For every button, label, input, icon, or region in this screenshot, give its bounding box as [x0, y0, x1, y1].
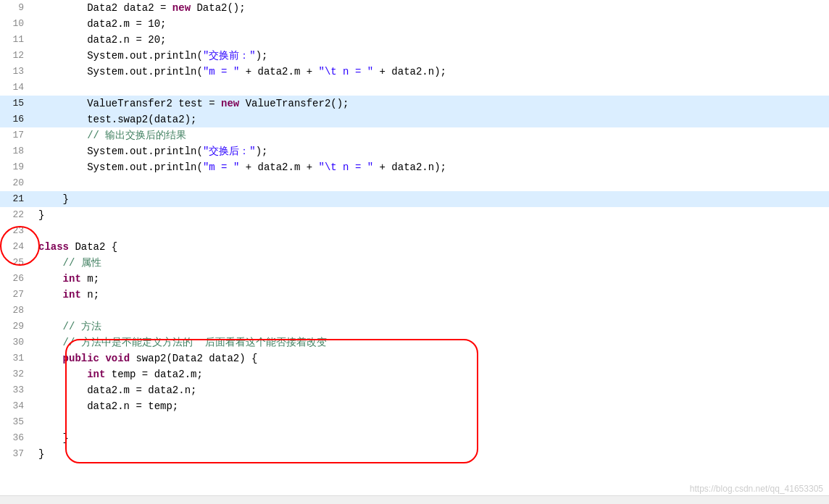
line-content: Data2 data2 = new Data2();: [33, 0, 829, 16]
line-row: 24class Data2 {: [0, 239, 829, 255]
line-row: 36 }: [0, 430, 829, 446]
line-content: // 属性: [33, 255, 829, 271]
line-number: 12: [0, 48, 33, 64]
line-number: 31: [0, 350, 33, 366]
line-number: 20: [0, 175, 33, 191]
line-row: 22}: [0, 207, 829, 223]
line-number: 22: [0, 207, 33, 223]
line-row: 29 // 方法: [0, 319, 829, 335]
line-number: 36: [0, 430, 33, 446]
line-row: 13 System.out.println("m = " + data2.m +…: [0, 64, 829, 80]
line-row: 10 data2.m = 10;: [0, 16, 829, 32]
line-number: 30: [0, 335, 33, 350]
line-number: 14: [0, 80, 33, 96]
line-number: 10: [0, 16, 33, 32]
line-number: 32: [0, 366, 33, 382]
horizontal-scrollbar[interactable]: [0, 495, 829, 504]
line-row: 37}: [0, 446, 829, 462]
line-content: // 方法: [33, 319, 829, 335]
line-content: System.out.println("m = " + data2.m + "\…: [33, 159, 829, 175]
line-content: }: [33, 446, 829, 462]
line-content: // 方法中是不能定义方法的 后面看看这个能否接着改变: [33, 335, 829, 350]
line-content: System.out.println("交换后：");: [33, 143, 829, 159]
line-number: 33: [0, 382, 33, 398]
line-number: 9: [0, 0, 33, 16]
line-number: 19: [0, 159, 33, 175]
line-number: 29: [0, 319, 33, 335]
line-content: [33, 414, 829, 430]
line-content: // 输出交换后的结果: [33, 127, 829, 143]
line-number: 34: [0, 398, 33, 414]
line-content: int n;: [33, 287, 829, 303]
line-content: data2.n = temp;: [33, 398, 829, 414]
line-row: 14: [0, 80, 829, 96]
line-row: 19 System.out.println("m = " + data2.m +…: [0, 159, 829, 175]
line-content: data2.m = data2.n;: [33, 382, 829, 398]
line-row: 18 System.out.println("交换后：");: [0, 143, 829, 159]
line-number: 17: [0, 127, 33, 143]
line-content: [33, 223, 829, 239]
watermark: https://blog.csdn.net/qq_41653305: [690, 484, 823, 494]
line-content: test.swap2(data2);: [33, 112, 829, 127]
line-row: 16 test.swap2(data2);: [0, 112, 829, 127]
line-number: 21: [0, 191, 33, 207]
line-number: 27: [0, 287, 33, 303]
line-row: 34 data2.n = temp;: [0, 398, 829, 414]
line-number: 11: [0, 32, 33, 48]
line-content: [33, 303, 829, 319]
line-row: 35: [0, 414, 829, 430]
line-content: int temp = data2.m;: [33, 366, 829, 382]
line-row: 31 public void swap2(Data2 data2) {: [0, 350, 829, 366]
line-number: 23: [0, 223, 33, 239]
line-row: 12 System.out.println("交换前：");: [0, 48, 829, 64]
line-row: 32 int temp = data2.m;: [0, 366, 829, 382]
line-row: 15 ValueTransfer2 test = new ValueTransf…: [0, 96, 829, 112]
line-row: 17 // 输出交换后的结果: [0, 127, 829, 143]
line-content: [33, 175, 829, 191]
line-number: 15: [0, 96, 33, 112]
line-row: 28: [0, 303, 829, 319]
line-number: 24: [0, 239, 33, 255]
line-row: 26 int m;: [0, 271, 829, 287]
line-number: 13: [0, 64, 33, 80]
code-container: 9 Data2 data2 = new Data2();10 data2.m =…: [0, 0, 829, 504]
line-row: 20: [0, 175, 829, 191]
line-row: 9 Data2 data2 = new Data2();: [0, 0, 829, 16]
line-row: 25 // 属性: [0, 255, 829, 271]
line-number: 26: [0, 271, 33, 287]
line-content: }: [33, 191, 829, 207]
line-row: 30 // 方法中是不能定义方法的 后面看看这个能否接着改变: [0, 335, 829, 350]
line-number: 16: [0, 112, 33, 127]
code-table: 9 Data2 data2 = new Data2();10 data2.m =…: [0, 0, 829, 462]
line-content: }: [33, 207, 829, 223]
line-row: 21 }: [0, 191, 829, 207]
line-content: int m;: [33, 271, 829, 287]
line-row: 33 data2.m = data2.n;: [0, 382, 829, 398]
line-content: System.out.println("m = " + data2.m + "\…: [33, 64, 829, 80]
line-content: class Data2 {: [33, 239, 829, 255]
line-number: 35: [0, 414, 33, 430]
line-content: [33, 80, 829, 96]
line-number: 25: [0, 255, 33, 271]
line-number: 18: [0, 143, 33, 159]
line-content: data2.m = 10;: [33, 16, 829, 32]
line-row: 23: [0, 223, 829, 239]
line-row: 11 data2.n = 20;: [0, 32, 829, 48]
line-content: ValueTransfer2 test = new ValueTransfer2…: [33, 96, 829, 112]
line-number: 37: [0, 446, 33, 462]
line-content: data2.n = 20;: [33, 32, 829, 48]
line-number: 28: [0, 303, 33, 319]
line-content: System.out.println("交换前：");: [33, 48, 829, 64]
line-content: public void swap2(Data2 data2) {: [33, 350, 829, 366]
line-row: 27 int n;: [0, 287, 829, 303]
line-content: }: [33, 430, 829, 446]
